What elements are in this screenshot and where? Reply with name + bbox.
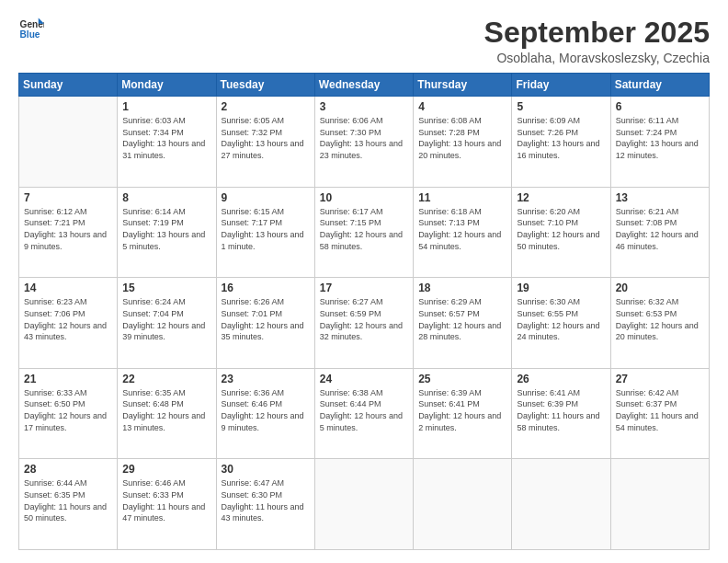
day-number: 2 xyxy=(222,100,310,113)
day-number: 13 xyxy=(616,191,704,204)
day-info: Sunrise: 6:30 AM Sunset: 6:55 PM Dayligh… xyxy=(517,296,605,342)
day-number: 11 xyxy=(418,191,506,204)
day-info: Sunrise: 6:18 AM Sunset: 7:13 PM Dayligh… xyxy=(418,206,506,252)
day-number: 8 xyxy=(122,191,210,204)
week-row-1: 1Sunrise: 6:03 AM Sunset: 7:34 PM Daylig… xyxy=(19,97,710,188)
day-cell: 15Sunrise: 6:24 AM Sunset: 7:04 PM Dayli… xyxy=(118,278,216,369)
day-info: Sunrise: 6:03 AM Sunset: 7:34 PM Dayligh… xyxy=(122,115,210,161)
day-info: Sunrise: 6:11 AM Sunset: 7:24 PM Dayligh… xyxy=(616,115,704,161)
day-info: Sunrise: 6:09 AM Sunset: 7:26 PM Dayligh… xyxy=(517,115,605,161)
day-info: Sunrise: 6:12 AM Sunset: 7:21 PM Dayligh… xyxy=(24,206,112,252)
day-cell: 8Sunrise: 6:14 AM Sunset: 7:19 PM Daylig… xyxy=(118,187,216,278)
day-number: 18 xyxy=(418,282,506,294)
day-info: Sunrise: 6:24 AM Sunset: 7:04 PM Dayligh… xyxy=(122,296,210,342)
day-info: Sunrise: 6:21 AM Sunset: 7:08 PM Dayligh… xyxy=(616,206,704,252)
day-cell: 11Sunrise: 6:18 AM Sunset: 7:13 PM Dayli… xyxy=(414,187,512,278)
day-number: 20 xyxy=(616,282,704,294)
day-number: 23 xyxy=(222,373,310,385)
day-cell: 29Sunrise: 6:46 AM Sunset: 6:33 PM Dayli… xyxy=(118,459,216,550)
day-number: 10 xyxy=(320,191,408,204)
day-info: Sunrise: 6:27 AM Sunset: 6:59 PM Dayligh… xyxy=(320,296,408,342)
day-cell: 28Sunrise: 6:44 AM Sunset: 6:35 PM Dayli… xyxy=(19,459,118,550)
title-block: September 2025 Osoblaha, Moravskoslezsky… xyxy=(484,17,710,65)
day-number: 16 xyxy=(222,282,310,294)
day-number: 22 xyxy=(122,373,210,385)
weekday-header-thursday: Thursday xyxy=(414,74,512,97)
day-number: 9 xyxy=(222,191,310,204)
day-cell: 17Sunrise: 6:27 AM Sunset: 6:59 PM Dayli… xyxy=(314,278,413,369)
day-number: 21 xyxy=(24,373,112,385)
weekday-header-saturday: Saturday xyxy=(610,74,709,97)
day-number: 17 xyxy=(320,282,408,294)
day-cell: 13Sunrise: 6:21 AM Sunset: 7:08 PM Dayli… xyxy=(610,187,709,278)
day-info: Sunrise: 6:32 AM Sunset: 6:53 PM Dayligh… xyxy=(616,296,704,342)
day-number: 3 xyxy=(320,100,408,113)
day-cell: 12Sunrise: 6:20 AM Sunset: 7:10 PM Dayli… xyxy=(512,187,610,278)
day-number: 24 xyxy=(320,373,408,385)
day-info: Sunrise: 6:14 AM Sunset: 7:19 PM Dayligh… xyxy=(122,206,210,252)
day-info: Sunrise: 6:47 AM Sunset: 6:30 PM Dayligh… xyxy=(222,477,310,523)
weekday-header-tuesday: Tuesday xyxy=(216,74,314,97)
weekday-header-monday: Monday xyxy=(118,74,216,97)
day-cell xyxy=(19,97,118,188)
day-cell: 24Sunrise: 6:38 AM Sunset: 6:44 PM Dayli… xyxy=(314,368,413,459)
week-row-4: 21Sunrise: 6:33 AM Sunset: 6:50 PM Dayli… xyxy=(19,368,710,459)
day-info: Sunrise: 6:42 AM Sunset: 6:37 PM Dayligh… xyxy=(616,387,704,433)
month-title: September 2025 xyxy=(484,17,710,49)
day-number: 29 xyxy=(122,463,210,476)
day-info: Sunrise: 6:23 AM Sunset: 7:06 PM Dayligh… xyxy=(24,296,112,342)
day-cell: 19Sunrise: 6:30 AM Sunset: 6:55 PM Dayli… xyxy=(512,278,610,369)
day-cell: 23Sunrise: 6:36 AM Sunset: 6:46 PM Dayli… xyxy=(216,368,314,459)
day-info: Sunrise: 6:06 AM Sunset: 7:30 PM Dayligh… xyxy=(320,115,408,161)
day-info: Sunrise: 6:41 AM Sunset: 6:39 PM Dayligh… xyxy=(517,387,605,433)
day-cell: 18Sunrise: 6:29 AM Sunset: 6:57 PM Dayli… xyxy=(414,278,512,369)
day-cell xyxy=(512,459,610,550)
day-cell: 14Sunrise: 6:23 AM Sunset: 7:06 PM Dayli… xyxy=(19,278,118,369)
day-info: Sunrise: 6:38 AM Sunset: 6:44 PM Dayligh… xyxy=(320,387,408,433)
day-cell: 20Sunrise: 6:32 AM Sunset: 6:53 PM Dayli… xyxy=(610,278,709,369)
day-cell: 4Sunrise: 6:08 AM Sunset: 7:28 PM Daylig… xyxy=(414,97,512,188)
weekday-header-row: SundayMondayTuesdayWednesdayThursdayFrid… xyxy=(19,74,710,97)
day-info: Sunrise: 6:35 AM Sunset: 6:48 PM Dayligh… xyxy=(122,387,210,433)
day-info: Sunrise: 6:29 AM Sunset: 6:57 PM Dayligh… xyxy=(418,296,506,342)
day-cell xyxy=(414,459,512,550)
day-cell: 25Sunrise: 6:39 AM Sunset: 6:41 PM Dayli… xyxy=(414,368,512,459)
day-cell xyxy=(610,459,709,550)
day-number: 28 xyxy=(24,463,112,476)
day-cell: 6Sunrise: 6:11 AM Sunset: 7:24 PM Daylig… xyxy=(610,97,709,188)
day-cell: 7Sunrise: 6:12 AM Sunset: 7:21 PM Daylig… xyxy=(19,187,118,278)
day-info: Sunrise: 6:05 AM Sunset: 7:32 PM Dayligh… xyxy=(222,115,310,161)
day-info: Sunrise: 6:26 AM Sunset: 7:01 PM Dayligh… xyxy=(222,296,310,342)
week-row-5: 28Sunrise: 6:44 AM Sunset: 6:35 PM Dayli… xyxy=(19,459,710,550)
logo-icon: General Blue xyxy=(18,17,44,42)
location: Osoblaha, Moravskoslezsky, Czechia xyxy=(484,51,710,65)
day-info: Sunrise: 6:15 AM Sunset: 7:17 PM Dayligh… xyxy=(222,206,310,252)
day-info: Sunrise: 6:17 AM Sunset: 7:15 PM Dayligh… xyxy=(320,206,408,252)
day-number: 1 xyxy=(122,100,210,113)
day-info: Sunrise: 6:08 AM Sunset: 7:28 PM Dayligh… xyxy=(418,115,506,161)
day-cell: 3Sunrise: 6:06 AM Sunset: 7:30 PM Daylig… xyxy=(314,97,413,188)
day-cell xyxy=(314,459,413,550)
day-number: 4 xyxy=(418,100,506,113)
day-number: 26 xyxy=(517,373,605,385)
weekday-header-wednesday: Wednesday xyxy=(314,74,413,97)
day-number: 19 xyxy=(517,282,605,294)
day-number: 7 xyxy=(24,191,112,204)
day-cell: 21Sunrise: 6:33 AM Sunset: 6:50 PM Dayli… xyxy=(19,368,118,459)
day-info: Sunrise: 6:46 AM Sunset: 6:33 PM Dayligh… xyxy=(122,477,210,523)
day-cell: 10Sunrise: 6:17 AM Sunset: 7:15 PM Dayli… xyxy=(314,187,413,278)
day-info: Sunrise: 6:39 AM Sunset: 6:41 PM Dayligh… xyxy=(418,387,506,433)
calendar-page: General Blue September 2025 Osoblaha, Mo… xyxy=(0,0,728,563)
day-info: Sunrise: 6:36 AM Sunset: 6:46 PM Dayligh… xyxy=(222,387,310,433)
day-cell: 1Sunrise: 6:03 AM Sunset: 7:34 PM Daylig… xyxy=(118,97,216,188)
day-number: 5 xyxy=(517,100,605,113)
day-cell: 9Sunrise: 6:15 AM Sunset: 7:17 PM Daylig… xyxy=(216,187,314,278)
svg-text:Blue: Blue xyxy=(20,29,40,40)
day-cell: 22Sunrise: 6:35 AM Sunset: 6:48 PM Dayli… xyxy=(118,368,216,459)
day-number: 27 xyxy=(616,373,704,385)
day-number: 14 xyxy=(24,282,112,294)
day-cell: 26Sunrise: 6:41 AM Sunset: 6:39 PM Dayli… xyxy=(512,368,610,459)
day-number: 30 xyxy=(222,463,310,476)
day-info: Sunrise: 6:33 AM Sunset: 6:50 PM Dayligh… xyxy=(24,387,112,433)
weekday-header-friday: Friday xyxy=(512,74,610,97)
